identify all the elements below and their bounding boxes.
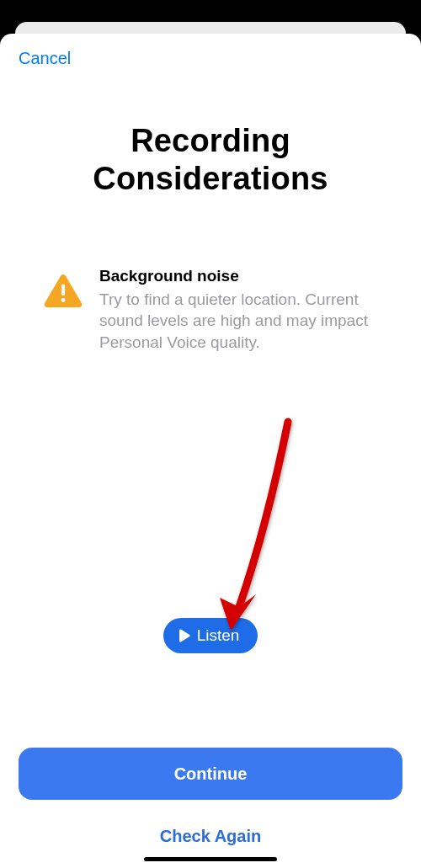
listen-container: Listen bbox=[0, 618, 421, 653]
svg-rect-0 bbox=[61, 284, 65, 296]
consideration-text: Background noise Try to find a quieter l… bbox=[99, 267, 396, 354]
page-title: Recording Considerations bbox=[0, 122, 421, 198]
listen-label: Listen bbox=[197, 626, 240, 645]
consideration-body: Try to find a quieter location. Current … bbox=[99, 289, 396, 354]
svg-point-1 bbox=[61, 298, 66, 302]
consideration-row: Background noise Try to find a quieter l… bbox=[0, 267, 421, 354]
bottom-actions: Continue Check Again bbox=[0, 748, 421, 851]
modal-sheet: Cancel Recording Considerations Backgrou… bbox=[0, 34, 421, 868]
nav-bar: Cancel bbox=[0, 34, 421, 68]
cancel-button[interactable]: Cancel bbox=[19, 49, 71, 68]
page-title-line2: Considerations bbox=[93, 161, 328, 196]
check-again-button[interactable]: Check Again bbox=[19, 822, 402, 851]
continue-button[interactable]: Continue bbox=[19, 748, 402, 800]
consideration-heading: Background noise bbox=[99, 267, 396, 285]
play-icon bbox=[179, 629, 190, 642]
page-title-line1: Recording bbox=[131, 123, 290, 158]
annotation-arrow-icon bbox=[212, 417, 305, 644]
listen-button[interactable]: Listen bbox=[163, 618, 258, 653]
warning-triangle-icon bbox=[44, 274, 83, 309]
home-indicator bbox=[144, 857, 277, 861]
